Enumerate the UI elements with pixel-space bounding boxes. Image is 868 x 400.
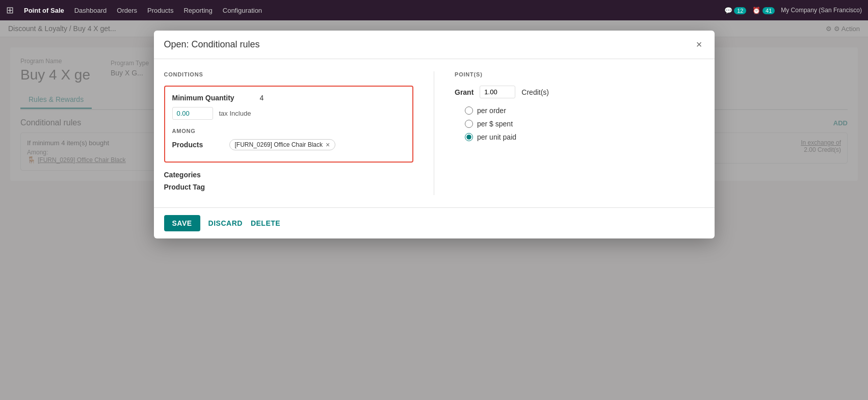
grant-input[interactable]: [480, 86, 515, 98]
products-row: Products [FURN_0269] Office Chair Black …: [172, 139, 406, 150]
messages-icon[interactable]: 💬 12: [724, 7, 747, 14]
modal-header: Open: Conditional rules ×: [154, 31, 715, 59]
tax-label: tax Include: [219, 110, 251, 117]
radio-per-unit: per unit paid: [465, 133, 704, 141]
grant-unit: Credit(s): [521, 88, 549, 96]
product-tag-label: Product Tag: [164, 183, 215, 191]
page-background: Discount & Loyalty / Buy 4 X get... ⚙ ⚙ …: [0, 20, 868, 400]
categories-label: Categories: [164, 171, 215, 179]
modal-dialog: Open: Conditional rules × CONDITIONS Min…: [154, 31, 715, 238]
nav-reporting[interactable]: Reporting: [183, 7, 212, 14]
radio-per-spent-label[interactable]: per $ spent: [477, 120, 513, 128]
nav-products[interactable]: Products: [147, 7, 173, 14]
radio-per-spent-input[interactable]: [465, 120, 473, 128]
topnav-right: 💬 12 ⏰ 41 My Company (San Francisco): [724, 7, 862, 14]
nav-configuration[interactable]: Configuration: [223, 7, 262, 14]
radio-per-order-input[interactable]: [465, 106, 473, 115]
modal-footer: SAVE DISCARD DELETE: [154, 207, 715, 238]
product-tag-text: [FURN_0269] Office Chair Black: [235, 141, 323, 148]
conditions-section-title: CONDITIONS: [164, 71, 414, 77]
among-title: AMONG: [172, 128, 406, 134]
top-navigation: ⊞ Point of Sale Dashboard Orders Product…: [0, 0, 868, 20]
nav-orders[interactable]: Orders: [117, 7, 137, 14]
modal-title: Open: Conditional rules: [164, 39, 260, 50]
radio-per-spent: per $ spent: [465, 120, 704, 128]
modal-overlay: Open: Conditional rules × CONDITIONS Min…: [0, 20, 868, 400]
product-tag-row: Product Tag: [164, 183, 414, 191]
min-quantity-label: Minimum Quantity: [172, 94, 254, 102]
radio-per-unit-input[interactable]: [465, 133, 473, 141]
grant-label: Grant: [455, 88, 474, 96]
amount-row: tax Include: [172, 107, 406, 120]
radio-group: per order per $ spent per unit paid: [455, 106, 704, 141]
grant-row: Grant Credit(s): [455, 86, 704, 98]
min-quantity-value: 4: [260, 94, 264, 102]
company-name: My Company (San Francisco): [781, 7, 862, 14]
points-column: POINT(S) Grant Credit(s) per order: [434, 71, 704, 195]
products-tag-input[interactable]: [FURN_0269] Office Chair Black ×: [229, 139, 336, 150]
products-label: Products: [172, 141, 223, 149]
among-section: AMONG Products [FURN_0269] Office Chair …: [172, 128, 406, 150]
modal-body: CONDITIONS Minimum Quantity 4 tax Includ…: [154, 59, 715, 207]
radio-per-unit-label[interactable]: per unit paid: [477, 133, 516, 141]
save-button[interactable]: SAVE: [164, 215, 200, 231]
conditions-column: CONDITIONS Minimum Quantity 4 tax Includ…: [164, 71, 435, 195]
app-name: Point of Sale: [24, 7, 64, 14]
amount-input[interactable]: [172, 107, 213, 120]
radio-per-order-label[interactable]: per order: [477, 106, 506, 115]
clock-icon[interactable]: ⏰ 41: [752, 7, 775, 14]
discard-button[interactable]: DISCARD: [208, 219, 243, 227]
condition-box: Minimum Quantity 4 tax Include AMONG Pro…: [164, 86, 414, 163]
radio-per-order: per order: [465, 106, 704, 115]
categories-row: Categories: [164, 171, 414, 179]
product-tag: [FURN_0269] Office Chair Black ×: [229, 139, 336, 150]
delete-button[interactable]: DELETE: [251, 219, 280, 227]
app-grid-icon[interactable]: ⊞: [6, 5, 14, 16]
nav-dashboard[interactable]: Dashboard: [74, 7, 107, 14]
points-section-title: POINT(S): [455, 71, 704, 77]
product-tag-remove[interactable]: ×: [326, 141, 330, 149]
modal-close-button[interactable]: ×: [694, 39, 704, 50]
min-quantity-row: Minimum Quantity 4: [172, 94, 406, 102]
